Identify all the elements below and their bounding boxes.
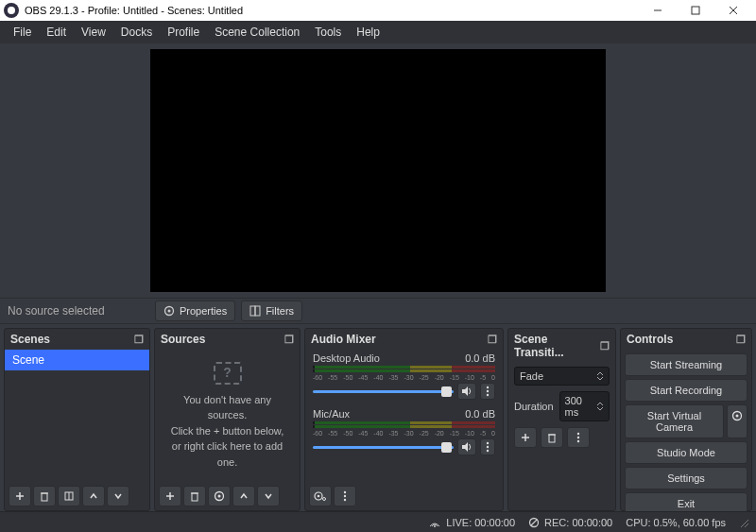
studio-mode-button[interactable]: Studio Mode xyxy=(625,441,747,464)
slider-thumb[interactable] xyxy=(441,442,452,453)
slider-thumb[interactable] xyxy=(441,386,452,397)
svg-rect-1 xyxy=(692,7,699,14)
mixer-options-button[interactable] xyxy=(480,438,495,455)
mixer-source-level: 0.0 dB xyxy=(465,408,495,420)
move-scene-down-button[interactable] xyxy=(107,486,129,506)
svg-rect-6 xyxy=(250,306,255,316)
duration-value: 300 ms xyxy=(565,395,597,418)
transition-options-button[interactable] xyxy=(567,427,590,448)
mixer-item-desktop-audio: Desktop Audio 0.0 dB -60-55-50-45-40-35-… xyxy=(305,350,503,405)
menu-view[interactable]: View xyxy=(74,23,113,42)
sources-empty-line2: Click the + button below, xyxy=(171,423,284,439)
svg-point-23 xyxy=(487,394,489,396)
meter-bar xyxy=(313,369,495,372)
mixer-menu-button[interactable] xyxy=(334,486,356,506)
source-properties-button[interactable] xyxy=(208,486,231,506)
gear-small-icon xyxy=(314,490,327,502)
controls-list: Start Streaming Start Recording Start Vi… xyxy=(621,350,751,519)
add-transition-button[interactable] xyxy=(514,427,537,448)
scenes-list[interactable]: Scene xyxy=(5,350,149,482)
kebab-icon xyxy=(486,386,490,397)
stop-icon xyxy=(528,517,540,528)
settings-button[interactable]: Settings xyxy=(625,467,747,489)
scene-item[interactable]: Scene xyxy=(5,350,149,370)
virtual-camera-settings-button[interactable] xyxy=(727,404,747,438)
undock-icon[interactable]: ❐ xyxy=(284,334,294,346)
move-scene-up-button[interactable] xyxy=(82,486,105,506)
undock-icon[interactable]: ❐ xyxy=(134,334,144,346)
scenes-title: Scenes xyxy=(10,333,50,346)
transition-select[interactable]: Fade xyxy=(514,367,610,386)
start-streaming-button[interactable]: Start Streaming xyxy=(625,353,747,376)
svg-rect-16 xyxy=(192,493,198,501)
source-status-label: No source selected xyxy=(8,304,149,317)
source-toolbar: No source selected Properties Filters xyxy=(0,298,756,324)
volume-slider[interactable] xyxy=(313,446,454,449)
menu-file[interactable]: File xyxy=(6,23,39,42)
svg-point-22 xyxy=(487,390,489,392)
remove-scene-button[interactable] xyxy=(33,486,56,506)
close-icon xyxy=(729,6,738,15)
window-maximize-button[interactable] xyxy=(677,0,714,21)
menu-profile[interactable]: Profile xyxy=(160,23,207,42)
status-rec-group: REC: 00:00:00 xyxy=(528,517,612,528)
properties-button[interactable]: Properties xyxy=(155,300,235,321)
svg-point-5 xyxy=(168,310,171,313)
mute-button[interactable] xyxy=(457,383,476,400)
undock-icon[interactable]: ❐ xyxy=(736,334,746,346)
svg-line-46 xyxy=(741,520,748,527)
add-scene-button[interactable] xyxy=(9,486,31,506)
svg-point-26 xyxy=(487,446,489,448)
chevron-up-icon xyxy=(239,491,249,501)
svg-point-31 xyxy=(344,491,346,493)
volume-slider[interactable] xyxy=(313,390,454,393)
window-minimize-button[interactable] xyxy=(639,0,677,21)
menu-edit[interactable]: Edit xyxy=(39,23,74,42)
move-source-down-button[interactable] xyxy=(257,486,280,506)
scene-filters-button[interactable] xyxy=(58,486,80,506)
controls-dock: Controls ❐ Start Streaming Start Recordi… xyxy=(620,328,752,511)
mixer-options-button[interactable] xyxy=(480,383,495,400)
svg-point-30 xyxy=(323,498,326,501)
svg-rect-10 xyxy=(42,493,47,501)
controls-header: Controls ❐ xyxy=(621,329,751,350)
start-virtual-camera-button[interactable]: Start Virtual Camera xyxy=(625,404,724,438)
remove-transition-button[interactable] xyxy=(541,427,563,448)
status-rec: REC: 00:00:00 xyxy=(544,517,612,528)
plus-icon xyxy=(164,490,176,502)
controls-title: Controls xyxy=(627,333,673,346)
filters-button[interactable]: Filters xyxy=(241,300,302,321)
mute-button[interactable] xyxy=(457,438,476,455)
sources-list[interactable]: ? You don't have any sources. Click the … xyxy=(155,350,300,482)
mixer-header: Audio Mixer ❐ xyxy=(305,329,503,350)
menu-tools[interactable]: Tools xyxy=(307,23,349,42)
preview-canvas[interactable] xyxy=(150,49,606,292)
app-logo-icon xyxy=(4,3,19,18)
filter-icon xyxy=(63,490,75,502)
add-source-button[interactable] xyxy=(159,486,181,506)
audio-mixer-dock: Audio Mixer ❐ Desktop Audio 0.0 dB -60-5… xyxy=(304,328,504,511)
statusbar: LIVE: 00:00:00 REC: 00:00:00 CPU: 0.5%, … xyxy=(0,511,756,532)
undock-icon[interactable]: ❐ xyxy=(600,340,610,352)
mixer-source-name: Desktop Audio xyxy=(313,352,380,364)
sources-empty-line1: You don't have any sources. xyxy=(164,392,290,423)
maximize-icon xyxy=(691,6,700,15)
menu-docks[interactable]: Docks xyxy=(113,23,160,42)
advanced-audio-button[interactable] xyxy=(309,486,332,506)
window-close-button[interactable] xyxy=(714,0,752,21)
menu-help[interactable]: Help xyxy=(349,23,387,42)
svg-line-47 xyxy=(745,523,748,527)
svg-marker-20 xyxy=(462,386,468,396)
signal-icon xyxy=(428,517,441,528)
undock-icon[interactable]: ❐ xyxy=(488,334,497,346)
svg-point-29 xyxy=(318,495,320,498)
resize-grip-icon[interactable] xyxy=(739,518,748,527)
remove-source-button[interactable] xyxy=(183,486,206,506)
svg-point-38 xyxy=(577,433,579,435)
duration-input[interactable]: 300 ms xyxy=(559,391,610,421)
start-recording-button[interactable]: Start Recording xyxy=(625,379,747,402)
move-source-up-button[interactable] xyxy=(232,486,255,506)
menu-scene-collection[interactable]: Scene Collection xyxy=(207,23,307,42)
window-titlebar: OBS 29.1.3 - Profile: Untitled - Scenes:… xyxy=(0,0,756,21)
plus-icon xyxy=(520,432,531,443)
